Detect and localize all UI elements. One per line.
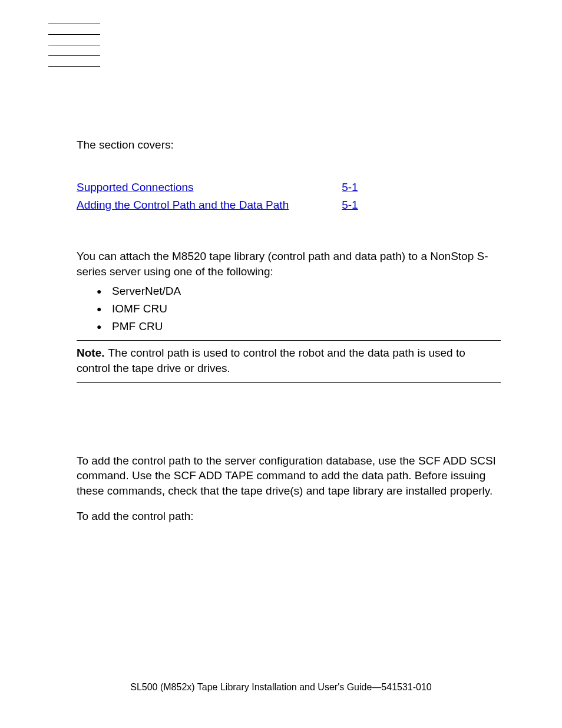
- note-label: Note.: [77, 347, 108, 359]
- intro-text: The section covers:: [77, 139, 501, 151]
- toc-link-supported-connections[interactable]: Supported Connections: [77, 181, 247, 193]
- toc-row: Adding the Control Path and the Data Pat…: [77, 199, 358, 216]
- list-item: IOMF CRU: [112, 302, 501, 315]
- list-item: ServerNet/DA: [112, 285, 501, 298]
- toc-table: Supported Connections 5-1 Adding the Con…: [77, 181, 358, 216]
- page-content: The section covers: Supported Connection…: [77, 139, 501, 530]
- section2-para1: To add the control path to the server co…: [77, 453, 501, 499]
- note-block: Note.The control path is used to control…: [77, 340, 501, 382]
- bullet-list: ServerNet/DA IOMF CRU PMF CRU: [77, 285, 501, 333]
- section2-para2: To add the control path:: [77, 509, 501, 524]
- toc-page-supported-connections[interactable]: 5-1: [342, 181, 358, 193]
- toc-link-adding-paths[interactable]: Adding the Control Path and the Data Pat…: [77, 199, 342, 211]
- section1-para: You can attach the M8520 tape library (c…: [77, 249, 501, 279]
- page-footer: SL500 (M852x) Tape Library Installation …: [0, 682, 562, 693]
- toc-page-adding-paths[interactable]: 5-1: [342, 199, 358, 211]
- list-item: PMF CRU: [112, 320, 501, 333]
- note-text: The control path is used to control the …: [77, 347, 465, 374]
- toc-row: Supported Connections 5-1: [77, 181, 358, 199]
- decorative-lines: [48, 24, 100, 77]
